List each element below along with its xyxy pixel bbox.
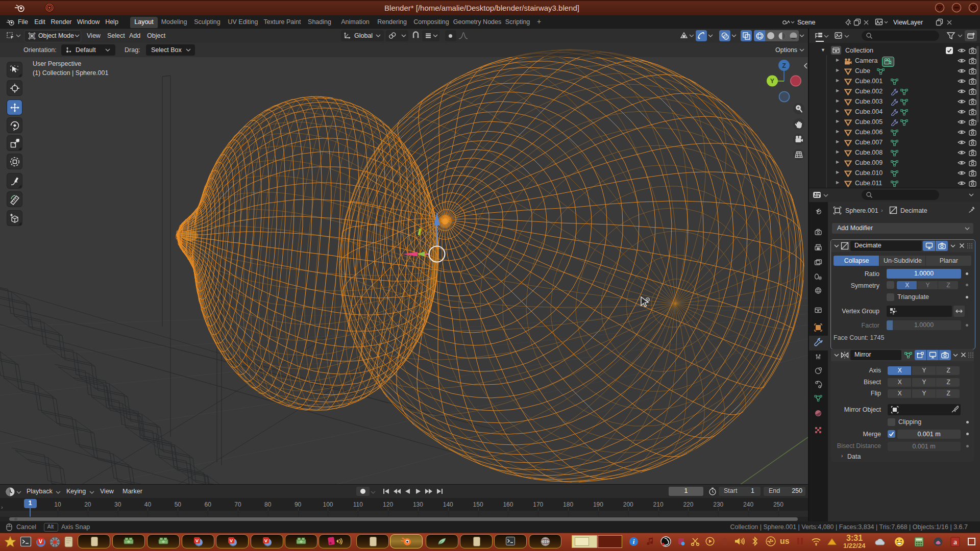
svg-text:V: V: [195, 538, 199, 543]
svg-text:V: V: [39, 538, 43, 544]
svg-text:a: a: [953, 538, 957, 546]
svg-text:V: V: [230, 538, 233, 543]
svg-text:Z: Z: [782, 62, 786, 69]
svg-text:V: V: [264, 538, 268, 543]
svg-text:i: i: [633, 538, 635, 545]
svg-text:Y: Y: [770, 78, 775, 85]
